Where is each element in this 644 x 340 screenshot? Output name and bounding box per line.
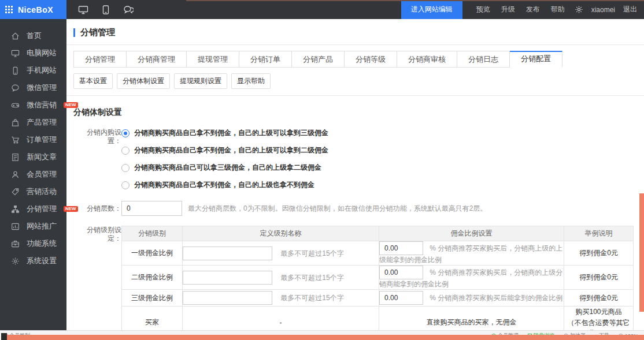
sidebar-item-product-management[interactable]: 产品管理 <box>0 114 66 131</box>
sidebar-item-news-articles[interactable]: 新闻文章 <box>0 148 66 166</box>
tab-distribution-config[interactable]: 分销配置 <box>510 51 562 68</box>
sidebar-item-wechat-marketing[interactable]: 微信营销 NEW <box>0 96 66 114</box>
grade-setting-label: 分销级别设定： <box>73 226 121 330</box>
table-row-buyer: 买家 - 直接购买商品的买家，无佣金 购买100元商品 （不包含运费等其它费用） <box>122 307 634 331</box>
settings-gear-icon[interactable] <box>575 5 583 14</box>
radio-button[interactable] <box>121 164 129 172</box>
level3-name-input[interactable] <box>183 291 272 305</box>
sidebar-item-label: 系统设置 <box>27 256 57 266</box>
help-link[interactable]: 帮助 <box>551 5 565 14</box>
divider <box>66 44 644 45</box>
sidebar-item-label: 微信管理 <box>27 83 57 93</box>
radio-option-label: 分销商购买商品自己可以拿三级佣金，自己的上级拿二级佣金 <box>134 163 321 173</box>
col-header-name: 定义级别名称 <box>183 226 379 241</box>
level2-name-input[interactable] <box>183 271 272 285</box>
level1-rate-input[interactable] <box>379 241 423 255</box>
radio-option-3[interactable]: 分销商购买商品自己可以拿三级佣金，自己的上级拿二级佣金 <box>121 163 328 173</box>
sidebar-item-member-management[interactable]: 会员管理 <box>0 166 66 183</box>
topbar-menu: 预览 升级 发布 帮助 <box>476 5 565 14</box>
col-header-level: 分销级别 <box>122 226 183 241</box>
radio-button-selected[interactable] <box>121 129 129 137</box>
level3-rate-input[interactable] <box>379 291 423 305</box>
radio-option-4[interactable]: 分销商购买商品自己拿不到佣金，自己的上级也拿不到佣金 <box>121 180 328 190</box>
level2-rate-input[interactable] <box>379 266 423 279</box>
sidebar-item-label: 订单管理 <box>27 134 57 145</box>
preview-link[interactable]: 预览 <box>476 5 490 14</box>
enter-site-editor-button[interactable]: 进入网站编辑 <box>401 0 462 19</box>
tab-bar: 分销管理 分销商管理 提现管理 分销订单 分销产品 分销等级 分销商审核 分销日… <box>73 51 644 68</box>
table-row-level3: 三级佣金比例 最多不可超过15个字 % 分销商推荐买家购买后能拿到的佣金比例 得… <box>122 290 634 307</box>
tab-withdrawal-management[interactable]: 提现管理 <box>187 51 239 68</box>
sidebar-item-label: 会员管理 <box>27 169 57 180</box>
sidebar-item-home[interactable]: 首页 <box>0 27 66 44</box>
example-value: 得到佣金0元 <box>564 266 634 290</box>
distribution-levels-input[interactable] <box>121 201 182 216</box>
sidebar-item-mobile-site[interactable]: 手机网站 <box>0 62 66 79</box>
section-heading-distribution-system: 分销体制设置 <box>73 107 644 118</box>
page-title-row: 分销管理 <box>73 27 644 38</box>
col-header-example: 举例说明 <box>564 226 634 241</box>
publish-link[interactable]: 发布 <box>526 5 540 14</box>
sidebar-item-label: 功能系统 <box>27 238 57 249</box>
sidebar-item-pc-site[interactable]: 电脑网站 <box>0 44 66 62</box>
logo-text: NiceBoX <box>18 5 53 14</box>
sidebar-item-label: 微信营销 <box>27 100 57 110</box>
chat-bubble-icon <box>11 84 20 92</box>
subtab-show-help[interactable]: 显示帮助 <box>231 73 271 89</box>
sidebar-item-label: 电脑网站 <box>27 48 57 58</box>
sidebar-item-marketing-activities[interactable]: 营销活动 <box>0 183 66 200</box>
upgrade-link[interactable]: 升级 <box>501 5 515 14</box>
name-length-hint: 最多不可超过15个字 <box>280 274 343 282</box>
sidebar-item-label: 分销管理 <box>27 204 57 214</box>
buyer-example-line2: （不包含运费等其它费用） <box>564 317 633 330</box>
level-name: 二级佣金比例 <box>122 266 183 290</box>
person-icon <box>11 170 20 179</box>
taskbar-corner <box>1 333 7 340</box>
tab-distribution-management[interactable]: 分销管理 <box>73 51 127 68</box>
mobile-view-icon[interactable] <box>102 5 109 14</box>
wechat-view-icon[interactable] <box>123 5 134 14</box>
document-icon <box>11 153 20 162</box>
tab-distribution-log[interactable]: 分销日志 <box>457 51 510 68</box>
radio-button[interactable] <box>121 147 129 155</box>
internal-purchase-options: 分销商购买商品自己拿不到佣金，自己的上级可以拿到三级佣金 分销商购买商品自己拿不… <box>121 128 328 197</box>
rate-description: % 分销商推荐买家购买后能拿到的佣金比例 <box>430 294 562 302</box>
desktop-view-icon[interactable] <box>78 5 88 14</box>
radio-option-2[interactable]: 分销商购买商品自己拿不到佣金，自己的上级可以拿到二级佣金 <box>121 145 328 155</box>
logout-link[interactable]: 退出 <box>623 5 637 14</box>
sidebar-item-order-management[interactable]: 订单管理 <box>0 131 66 148</box>
sidebar-item-label: 手机网站 <box>27 65 57 76</box>
radio-option-label: 分销商购买商品自己拿不到佣金，自己的上级可以拿到三级佣金 <box>134 128 328 138</box>
table-row-level1: 一级佣金比例 最多不可超过15个字 % 分销商推荐买家购买后，分销商上级的上级能… <box>122 241 634 266</box>
col-header-rate: 佣金比例设置 <box>379 226 564 241</box>
name-length-hint: 最多不可超过15个字 <box>280 294 343 302</box>
radio-option-1[interactable]: 分销商购买商品自己拿不到佣金，自己的上级可以拿到三级佣金 <box>121 128 328 138</box>
tab-distribution-orders[interactable]: 分销订单 <box>239 51 292 68</box>
view-mode-switcher <box>78 5 134 14</box>
subtab-distribution-system-settings[interactable]: 分销体制设置 <box>117 73 170 89</box>
account-username[interactable]: xiaomei <box>591 6 615 14</box>
distribution-levels-row: 分销层数： 最大分销商层数，0为不限制。因微信分销限制，如在微信使用分销功能，系… <box>73 201 644 216</box>
subtab-basic-settings[interactable]: 基本设置 <box>73 73 113 89</box>
sidebar-item-site-promotion[interactable]: 网站推广 <box>0 218 66 235</box>
level1-name-input[interactable] <box>183 246 272 260</box>
cart-icon <box>11 136 20 144</box>
subtab-withdrawal-rule-settings[interactable]: 提现规则设置 <box>174 73 227 89</box>
radio-button[interactable] <box>121 181 129 189</box>
grid-menu-icon[interactable] <box>5 6 13 13</box>
sidebar-item-wechat-management[interactable]: 微信管理 <box>0 79 66 96</box>
table-header-row: 分销级别 定义级别名称 佣金比例设置 举例说明 <box>122 226 634 241</box>
tab-distribution-levels[interactable]: 分销等级 <box>345 51 397 68</box>
app-logo[interactable]: NiceBoX <box>0 0 66 19</box>
title-accent-bar <box>73 28 75 37</box>
sidebar-item-distribution-management[interactable]: 分销管理 NEW <box>0 200 66 218</box>
subtab-bar: 基本设置 分销体制设置 提现规则设置 显示帮助 <box>73 73 644 89</box>
sidebar-item-function-system[interactable]: 功能系统 <box>0 235 66 252</box>
tab-distributor-management[interactable]: 分销商管理 <box>127 51 187 68</box>
level-name: 买家 <box>122 307 183 331</box>
divider <box>66 95 644 96</box>
bar-chart-icon <box>11 222 20 231</box>
tab-distributor-review[interactable]: 分销商审核 <box>397 51 457 68</box>
tab-distribution-products[interactable]: 分销产品 <box>292 51 345 68</box>
sidebar-item-system-settings[interactable]: 系统设置 <box>0 252 66 270</box>
